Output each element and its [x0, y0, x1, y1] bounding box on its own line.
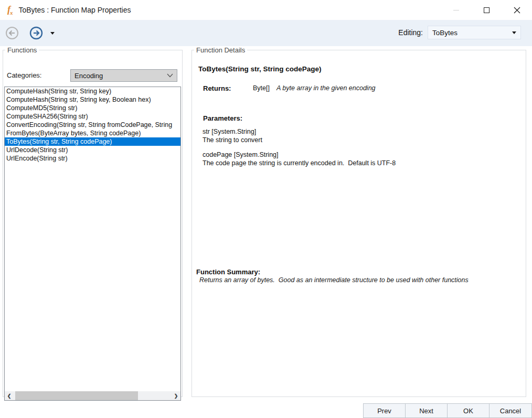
parameter-description: The string to convert — [203, 136, 262, 144]
list-item[interactable]: ComputeHash(String str, String key, Bool… — [5, 95, 180, 104]
list-item-selected[interactable]: ToBytes(String str, String codePage) — [5, 137, 180, 146]
list-item[interactable]: ComputeHash(String str, String key) — [5, 87, 180, 95]
prev-button[interactable]: Prev — [363, 403, 406, 418]
chevron-down-icon — [167, 73, 173, 78]
close-icon — [514, 7, 520, 14]
window-controls — [441, 0, 532, 20]
scroll-right-icon: ❯ — [174, 393, 178, 399]
function-summary-text: Returns an array of bytes. Good as an in… — [199, 276, 469, 284]
footer-button-bar: Prev Next OK Cancel — [364, 403, 532, 418]
scrollbar-thumb[interactable] — [15, 391, 138, 400]
list-item[interactable]: UrlDecode(String str) — [5, 146, 180, 154]
titlebar: fx ToBytes : Function Map Properties — [0, 0, 532, 20]
cancel-button[interactable]: Cancel — [489, 403, 532, 418]
function-map-properties-window: fx ToBytes : Function Map Properties — [0, 0, 532, 418]
list-item[interactable]: FromBytes(ByteArray bytes, String codePa… — [5, 129, 180, 137]
close-button[interactable] — [502, 0, 532, 20]
function-summary-label: Function Summary: — [196, 268, 260, 276]
dropdown-arrow-icon — [512, 31, 516, 34]
window-title: ToBytes : Function Map Properties — [19, 6, 131, 14]
maximize-icon — [484, 7, 490, 13]
function-signature: ToBytes(String str, String codePage) — [198, 65, 322, 73]
parameters-label: Parameters: — [203, 114, 242, 122]
functions-group: Functions Categories: Encoding ComputeHa… — [3, 46, 183, 397]
maximize-button[interactable] — [471, 0, 502, 20]
categories-combobox[interactable]: Encoding — [70, 69, 177, 82]
parameter-name: codePage [System.String] — [203, 151, 279, 158]
next-button[interactable]: Next — [405, 403, 448, 418]
list-item[interactable]: ComputeMD5(String str) — [5, 104, 180, 112]
nav-group — [5, 26, 57, 40]
scroll-left-icon: ❮ — [7, 393, 12, 399]
ok-button[interactable]: OK — [447, 403, 490, 418]
forward-button[interactable] — [29, 26, 43, 40]
minimize-button[interactable] — [441, 0, 471, 20]
parameter-description: The code page the string is currently en… — [203, 159, 396, 167]
forward-arrow-icon — [29, 26, 43, 40]
horizontal-scrollbar[interactable]: ❮ ❯ — [5, 391, 180, 400]
returns-label: Returns: — [203, 84, 231, 92]
scroll-right-button[interactable]: ❯ — [172, 391, 180, 400]
forward-history-dropdown[interactable] — [48, 30, 57, 37]
editing-group: Editing: ToBytes — [398, 26, 521, 39]
categories-combobox-value: Encoding — [75, 72, 103, 80]
returns-description: A byte array in the given encoding — [276, 84, 376, 92]
function-details-group: Function Details ToBytes(String str, Str… — [191, 46, 526, 397]
returns-type: Byte[] — [253, 84, 270, 92]
navigation-toolbar: Editing: ToBytes — [0, 20, 532, 46]
back-arrow-icon — [5, 26, 19, 40]
back-button[interactable] — [5, 26, 19, 40]
function-listbox[interactable]: ComputeHash(String str, String key) Comp… — [4, 87, 181, 401]
scroll-left-button[interactable]: ❮ — [5, 391, 14, 400]
list-item[interactable]: ConvertEncoding(String str, String fromC… — [5, 121, 180, 129]
minimize-icon — [453, 10, 459, 10]
editing-label: Editing: — [398, 28, 423, 37]
list-item[interactable]: ComputeSHA256(String str) — [5, 112, 180, 121]
parameter-name: str [System.String] — [203, 128, 256, 135]
categories-label: Categories: — [7, 71, 41, 79]
editing-combobox[interactable]: ToBytes — [428, 26, 521, 39]
function-details-legend: Function Details — [194, 46, 247, 54]
list-item[interactable]: UrlEncode(String str) — [5, 154, 180, 163]
editing-combobox-value: ToBytes — [432, 29, 457, 37]
functions-group-legend: Functions — [5, 46, 39, 54]
fx-function-icon: fx — [7, 5, 13, 16]
chevron-down-icon — [50, 32, 55, 35]
